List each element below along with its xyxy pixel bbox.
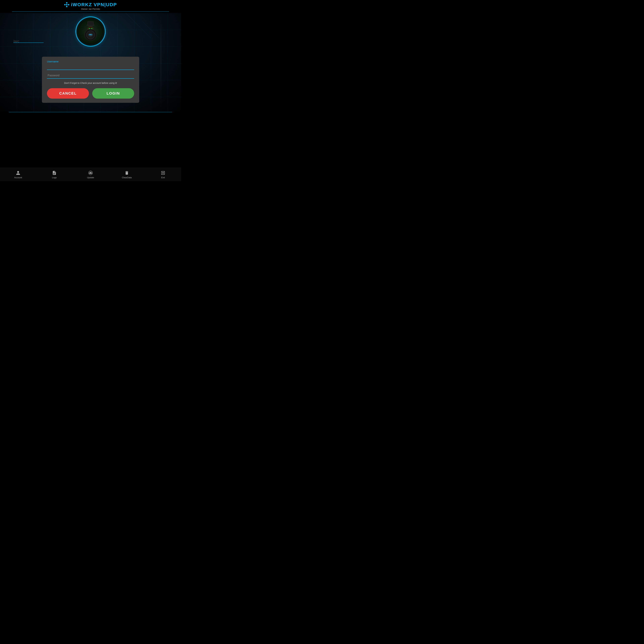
logo-spy-svg: PRO <box>75 16 106 47</box>
cancel-button[interactable]: CANCEL <box>47 88 89 99</box>
nav-label-logs: Logs <box>52 176 57 179</box>
login-button[interactable]: LOGIN <box>92 88 134 99</box>
account-icon <box>15 170 21 176</box>
bottom-divider <box>9 112 172 112</box>
bottom-navigation: Account Logs Update ClearData <box>0 168 181 181</box>
svg-line-15 <box>126 13 151 38</box>
vertical-accent-line <box>161 13 161 112</box>
svg-text:PRO: PRO <box>89 34 92 36</box>
app-subtitle: Owner: Ian Permito <box>81 8 100 10</box>
hint-text: Don't Forget to Check your account befor… <box>47 81 134 85</box>
app-title: iWORKZ VPN|UDP <box>71 2 117 7</box>
exit-icon <box>160 170 166 176</box>
nav-label-exit: Exit <box>161 176 165 179</box>
nav-item-exit[interactable]: Exit <box>145 170 181 179</box>
logo-dots <box>64 2 69 7</box>
svg-rect-20 <box>88 21 94 25</box>
dialog-buttons: CANCEL LOGIN <box>47 88 134 99</box>
nav-item-logs[interactable]: Logs <box>36 170 72 179</box>
password-group <box>47 73 134 79</box>
svg-point-24 <box>89 28 90 29</box>
main-content-area: PRO iwc PRO MMXIX ACCOUNT LOGIN <box>0 13 181 112</box>
logs-icon <box>52 170 57 176</box>
username-label: Username <box>47 60 134 63</box>
svg-point-25 <box>91 28 92 29</box>
nav-label-update: Update <box>87 176 94 179</box>
logo-ring: PRO <box>75 16 106 47</box>
top-logo: PRO <box>72 15 109 48</box>
bottom-area <box>0 112 181 132</box>
update-icon <box>88 170 93 176</box>
progress-indicator <box>13 42 44 43</box>
nav-label-cleardata: ClearData <box>122 176 132 179</box>
username-input[interactable] <box>47 64 134 70</box>
password-input[interactable] <box>47 73 134 79</box>
cleardata-icon <box>124 170 129 176</box>
login-dialog: Username Don't Forget to Check your acco… <box>42 57 139 103</box>
nav-item-cleardata[interactable]: ClearData <box>109 170 145 179</box>
app-header: iWORKZ VPN|UDP Owner: Ian Permito <box>0 0 181 13</box>
nav-item-account[interactable]: Account <box>0 170 36 179</box>
nav-label-account: Account <box>14 176 22 179</box>
nav-item-update[interactable]: Update <box>72 170 109 179</box>
username-group: Username <box>47 60 134 70</box>
